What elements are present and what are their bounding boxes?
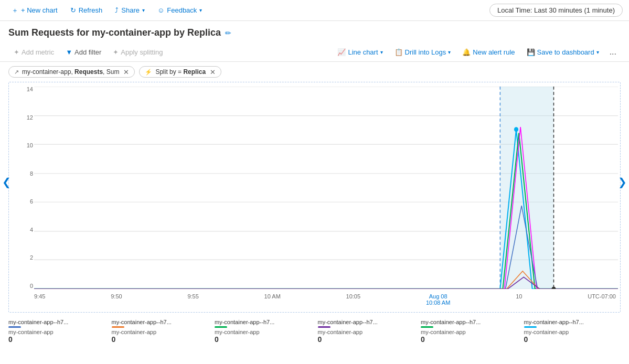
split-filter-tag[interactable]: ⚡ Split by = Replica ✕ bbox=[139, 66, 221, 78]
svg-point-11 bbox=[514, 127, 518, 132]
apply-splitting-button[interactable]: ✦ Apply splitting bbox=[108, 46, 168, 59]
x-label-1005: 10:05 bbox=[346, 293, 361, 299]
y-label-14: 14 bbox=[9, 87, 33, 92]
legend-item-2: my-container-app--h7... my-container-app… bbox=[112, 319, 209, 344]
y-label-6: 6 bbox=[9, 199, 33, 205]
save-dashboard-button[interactable]: 💾 Save to dashboard ▾ bbox=[521, 46, 604, 59]
legend-area: my-container-app--h7... my-container-app… bbox=[0, 317, 629, 348]
nav-left-button[interactable]: ❮ bbox=[0, 172, 13, 192]
alert-icon: 🔔 bbox=[462, 48, 471, 56]
line-chart-button[interactable]: 📈 Line chart ▾ bbox=[332, 46, 388, 59]
edit-title-icon[interactable]: ✏ bbox=[225, 29, 231, 37]
legend-value-3: 0 bbox=[215, 335, 312, 344]
top-toolbar: ＋ + New chart ↻ Refresh ⤴ Share ▾ ☺ Feed… bbox=[0, 0, 629, 21]
legend-item-3: my-container-app--h7... my-container-app… bbox=[215, 319, 312, 344]
new-alert-button[interactable]: 🔔 New alert rule bbox=[457, 46, 520, 59]
legend-sub-1: my-container-app bbox=[8, 329, 105, 335]
chart-container[interactable]: 0 2 4 6 8 10 12 14 bbox=[8, 82, 621, 313]
legend-item-1: my-container-app--h7... my-container-app… bbox=[8, 319, 105, 344]
y-label-0: 0 bbox=[9, 283, 33, 289]
legend-sub-3: my-container-app bbox=[215, 329, 312, 335]
legend-item-6: my-container-app--h7... my-container-app… bbox=[524, 319, 621, 344]
drill-icon: 📋 bbox=[395, 48, 403, 56]
more-options-button[interactable]: ... bbox=[605, 45, 621, 59]
page-title-area: Sum Requests for my-container-app by Rep… bbox=[0, 21, 629, 42]
metrics-toolbar: ✦ Add metric ▼ Add filter ✦ Apply splitt… bbox=[0, 42, 629, 62]
x-label-10am: 10 AM bbox=[264, 293, 281, 299]
legend-color-6 bbox=[524, 326, 537, 328]
filter-icon: ▼ bbox=[66, 48, 72, 56]
y-label-12: 12 bbox=[9, 115, 33, 121]
x-label-955: 9:55 bbox=[187, 293, 198, 299]
save-icon: 💾 bbox=[527, 48, 535, 56]
page-title: Sum Requests for my-container-app by Rep… bbox=[8, 27, 221, 38]
legend-name-1: my-container-app--h7... bbox=[8, 319, 82, 325]
legend-sub-6: my-container-app bbox=[524, 329, 621, 335]
legend-color-2 bbox=[112, 326, 124, 328]
time-range-button[interactable]: Local Time: Last 30 minutes (1 minute) bbox=[489, 4, 623, 17]
legend-name-5: my-container-app--h7... bbox=[421, 319, 494, 325]
legend-value-2: 0 bbox=[112, 335, 209, 344]
metric-icon: ✦ bbox=[14, 48, 19, 56]
split-icon: ✦ bbox=[113, 48, 119, 56]
split-tag-icon: ⚡ bbox=[145, 69, 152, 76]
y-label-10: 10 bbox=[9, 143, 33, 148]
legend-item-4: my-container-app--h7... my-container-app… bbox=[318, 319, 415, 344]
legend-value-5: 0 bbox=[421, 335, 518, 344]
y-label-2: 2 bbox=[9, 255, 33, 261]
y-label-4: 4 bbox=[9, 227, 33, 233]
metric-tag-close[interactable]: ✕ bbox=[123, 69, 129, 76]
legend-name-6: my-container-app--h7... bbox=[524, 319, 598, 325]
split-tag-label: Split by = Replica bbox=[155, 68, 206, 76]
chart-svg bbox=[34, 87, 618, 289]
legend-value-1: 0 bbox=[8, 335, 105, 344]
legend-value-4: 0 bbox=[318, 335, 415, 344]
save-chevron: ▾ bbox=[596, 49, 599, 55]
drill-logs-button[interactable]: 📋 Drill into Logs ▾ bbox=[389, 46, 456, 59]
line-chart-icon: 📈 bbox=[337, 48, 346, 56]
legend-name-2: my-container-app--h7... bbox=[112, 319, 185, 325]
legend-sub-4: my-container-app bbox=[318, 329, 415, 335]
legend-name-3: my-container-app--h7... bbox=[215, 319, 288, 325]
nav-right-button[interactable]: ❯ bbox=[616, 172, 629, 192]
feedback-icon: ☺ bbox=[157, 6, 164, 14]
feedback-chevron: ▾ bbox=[199, 7, 202, 13]
refresh-button[interactable]: ↻ Refresh bbox=[65, 4, 108, 16]
add-filter-button[interactable]: ▼ Add filter bbox=[60, 46, 106, 59]
legend-color-5 bbox=[421, 326, 433, 328]
share-chevron: ▾ bbox=[142, 7, 145, 13]
x-label-aug08: Aug 0810:08 AM bbox=[426, 293, 450, 306]
filter-tags-area: ↗ my-container-app, Requests, Sum ✕ ⚡ Sp… bbox=[0, 62, 629, 82]
legend-sub-2: my-container-app bbox=[112, 329, 209, 335]
split-tag-close[interactable]: ✕ bbox=[210, 69, 216, 76]
legend-color-1 bbox=[8, 326, 21, 328]
metric-tag-icon: ↗ bbox=[14, 69, 19, 76]
x-label-945: 9:45 bbox=[34, 293, 45, 299]
legend-name-4: my-container-app--h7... bbox=[318, 319, 391, 325]
legend-sub-5: my-container-app bbox=[421, 329, 518, 335]
metric-filter-tag[interactable]: ↗ my-container-app, Requests, Sum ✕ bbox=[8, 66, 135, 78]
feedback-button[interactable]: ☺ Feedback ▾ bbox=[152, 4, 207, 16]
legend-color-4 bbox=[318, 326, 331, 328]
refresh-icon: ↻ bbox=[70, 6, 76, 14]
new-chart-button[interactable]: ＋ + New chart bbox=[6, 4, 63, 17]
add-metric-button[interactable]: ✦ Add metric bbox=[8, 46, 59, 59]
legend-item-5: my-container-app--h7... my-container-app… bbox=[421, 319, 518, 344]
drill-chevron: ▾ bbox=[448, 49, 451, 55]
plus-icon: ＋ bbox=[12, 6, 18, 15]
x-label-1010: 10 bbox=[516, 293, 522, 299]
legend-value-6: 0 bbox=[524, 335, 621, 344]
share-button[interactable]: ⤴ Share ▾ bbox=[110, 4, 150, 16]
legend-color-3 bbox=[215, 326, 227, 328]
metric-tag-label: my-container-app, Requests, Sum bbox=[22, 68, 119, 76]
utc-label: UTC-07:00 bbox=[588, 293, 616, 299]
chart-type-chevron: ▾ bbox=[380, 49, 383, 55]
share-icon: ⤴ bbox=[115, 6, 119, 14]
x-label-950: 9:50 bbox=[111, 293, 122, 299]
